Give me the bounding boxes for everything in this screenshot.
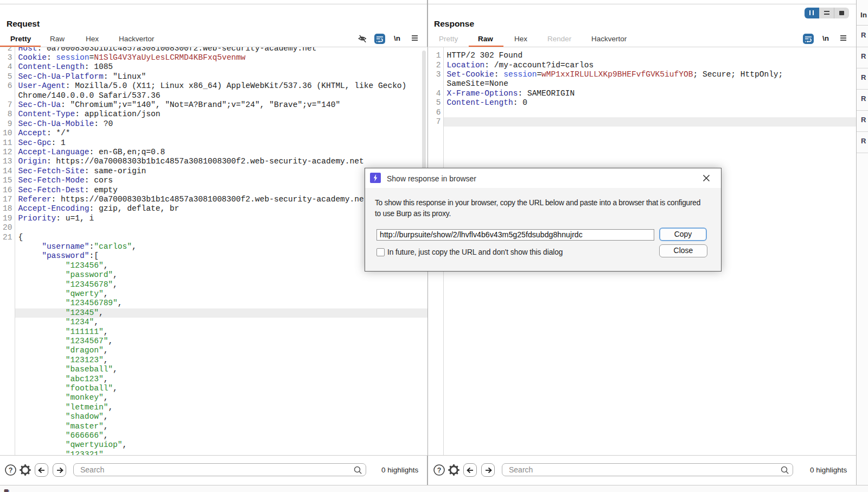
- svg-text:?: ?: [437, 466, 441, 474]
- svg-text:?: ?: [8, 466, 12, 474]
